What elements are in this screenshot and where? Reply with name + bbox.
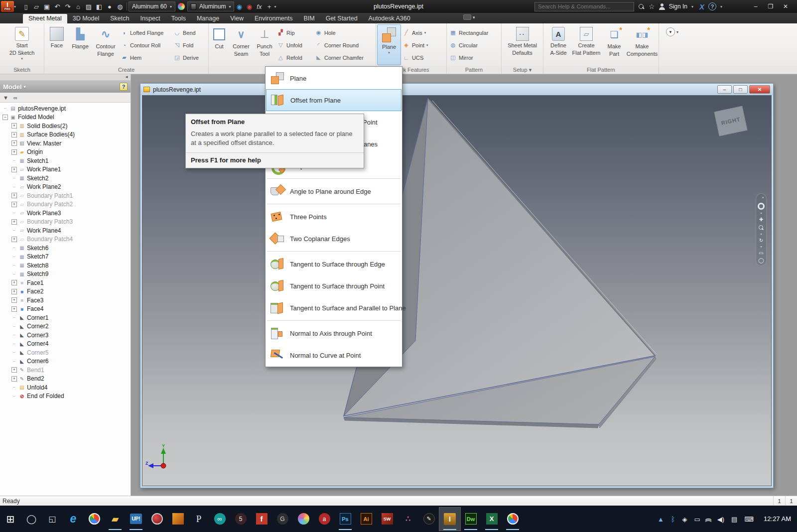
- tree-item[interactable]: Corner2: [0, 322, 131, 331]
- chevron-down-icon[interactable]: ▾: [691, 4, 695, 9]
- tree-item[interactable]: Sketch6: [0, 244, 131, 253]
- user-icon[interactable]: [659, 3, 665, 10]
- tree-expander-icon[interactable]: [11, 245, 17, 251]
- tray-icon[interactable]: ▭: [694, 515, 700, 524]
- taskbar-app-button[interactable]: ⊞: [0, 508, 21, 531]
- flange-button[interactable]: Flange: [68, 24, 92, 65]
- ribbon-small-button[interactable]: ∟ UCS: [401, 51, 444, 64]
- tree-expander-icon[interactable]: [11, 167, 17, 172]
- tree-item[interactable]: Face3: [0, 296, 131, 305]
- ribbon-tab[interactable]: 3D Model: [67, 14, 105, 23]
- ribbon-small-button[interactable]: ◡ Bend: [172, 26, 207, 39]
- tree-item[interactable]: End of Folded: [0, 392, 131, 401]
- tree-item[interactable]: Folded Model: [0, 113, 131, 122]
- taskbar-app-button[interactable]: UP!: [126, 508, 146, 531]
- new-file-icon[interactable]: ▯: [21, 1, 31, 11]
- tree-item[interactable]: Sketch8: [0, 261, 131, 270]
- corner-seam-button[interactable]: Corner Seam: [229, 24, 254, 65]
- face-button[interactable]: Face: [45, 24, 68, 65]
- tree-item[interactable]: Bend1: [0, 366, 131, 375]
- app-menu-caret-icon[interactable]: ▾: [14, 4, 18, 9]
- doc-minimize-button[interactable]: –: [717, 85, 732, 94]
- ribbon-small-button[interactable]: ▦ Rectangular: [448, 26, 500, 39]
- tree-item[interactable]: Sketch2: [0, 174, 131, 183]
- taskbar-app-button[interactable]: [502, 508, 523, 531]
- tree-item[interactable]: Solid Bodies(2): [0, 122, 131, 131]
- pan-icon[interactable]: ✚: [759, 217, 763, 222]
- taskbar-app-button[interactable]: [146, 508, 167, 531]
- search-icon[interactable]: [638, 3, 645, 10]
- menu-item[interactable]: Two Coplanar Edges: [266, 228, 401, 250]
- home-icon[interactable]: ⌂: [73, 1, 83, 11]
- doc-close-button[interactable]: ✕: [749, 85, 770, 94]
- look-at-icon[interactable]: ▭: [759, 251, 763, 256]
- visual-style-icon[interactable]: ◉: [234, 1, 244, 11]
- menu-item[interactable]: Offset from Plane: [266, 89, 401, 111]
- tree-item[interactable]: Sketch9: [0, 270, 131, 279]
- ribbon-small-button[interactable]: ◉ Hole: [313, 26, 375, 39]
- tree-expander-icon[interactable]: [11, 359, 17, 364]
- tree-item[interactable]: Origin: [0, 148, 131, 157]
- ribbon-small-button[interactable]: ◈ Point ▾: [401, 39, 444, 51]
- tree-expander-icon[interactable]: [11, 149, 17, 155]
- taskbar-app-button[interactable]: ∴: [398, 508, 418, 531]
- chevron-down-icon[interactable]: ▾: [760, 233, 762, 236]
- exchange-apps-icon[interactable]: X: [699, 2, 704, 11]
- contour-flange-button[interactable]: Contour Flange: [92, 24, 119, 65]
- tray-icon[interactable]: (((: [707, 515, 710, 524]
- chevron-down-icon[interactable]: ▾: [720, 4, 724, 9]
- ribbon-small-button[interactable]: ◍ Circular: [448, 39, 500, 51]
- collapse-panel-icon[interactable]: ◄: [125, 75, 129, 79]
- taskbar-app-button[interactable]: SW: [377, 508, 398, 531]
- tray-icon[interactable]: ⌨: [744, 515, 754, 524]
- tree-item[interactable]: Corner3: [0, 331, 131, 340]
- tree-expander-icon[interactable]: [11, 376, 17, 382]
- taskbar-app-button[interactable]: 5: [230, 508, 251, 531]
- ribbon-tab[interactable]: Tools: [166, 14, 191, 23]
- maximize-button[interactable]: ❐: [763, 1, 778, 12]
- redo-icon[interactable]: ↷: [63, 1, 73, 11]
- orbit-icon[interactable]: ↻: [759, 238, 763, 243]
- undo-icon[interactable]: ↶: [52, 1, 62, 11]
- menu-item[interactable]: Normal to Curve at Point: [266, 344, 401, 366]
- ribbon-small-button[interactable]: ◣ Corner Chamfer: [313, 51, 375, 64]
- taskbar-app-button[interactable]: G: [272, 508, 293, 531]
- tree-expander-icon[interactable]: [11, 175, 17, 181]
- clock[interactable]: 12:27 AM: [764, 515, 791, 523]
- menu-item[interactable]: Tangent to Surface through Edge: [266, 253, 401, 275]
- tree-item[interactable]: Unfold4: [0, 383, 131, 392]
- taskbar-app-button[interactable]: ◱: [42, 508, 63, 531]
- render-icon[interactable]: ▨: [84, 1, 94, 11]
- parameters-fx-icon[interactable]: fx: [254, 1, 264, 11]
- plane-button[interactable]: Plane ▾: [377, 24, 401, 65]
- ribbon-tab[interactable]: Autodesk A360: [363, 14, 416, 23]
- document-window-titlebar[interactable]: plutosRevenge.ipt – □ ✕: [140, 84, 773, 95]
- appearance-icon[interactable]: ◍: [115, 1, 125, 11]
- sketch-env-icon[interactable]: ◧: [94, 1, 104, 11]
- ribbon-small-button[interactable]: ◜ Corner Round: [313, 39, 375, 51]
- menu-item[interactable]: Normal to Axis through Point: [266, 322, 401, 344]
- save-icon[interactable]: ▣: [42, 1, 52, 11]
- tree-expander-icon[interactable]: [11, 306, 17, 312]
- ribbon-small-button[interactable]: ▽ Unfold: [275, 39, 313, 51]
- tree-item[interactable]: Work Plane4: [0, 226, 131, 235]
- color-wheel-icon[interactable]: [177, 2, 185, 10]
- tree-item[interactable]: Work Plane3: [0, 209, 131, 218]
- tree-expander-icon[interactable]: [11, 263, 17, 268]
- flat-pattern-button[interactable]: Create Flat Pattern: [572, 24, 600, 65]
- taskbar-app-button[interactable]: P: [188, 508, 209, 531]
- flat-pattern-button[interactable]: Define A-Side: [544, 24, 572, 65]
- help-icon[interactable]: ?: [708, 2, 716, 10]
- tree-expander-icon[interactable]: [11, 140, 17, 146]
- ribbon-group-label[interactable]: Setup ▾: [502, 66, 543, 74]
- browser-help-button[interactable]: ?: [120, 83, 128, 91]
- chevron-down-icon[interactable]: ▾: [760, 246, 762, 248]
- tree-expander-icon[interactable]: [11, 237, 17, 242]
- ribbon-tab[interactable]: Sheet Metal: [23, 14, 67, 23]
- tree-item[interactable]: Boundary Patch1: [0, 191, 131, 200]
- taskbar-app-button[interactable]: [293, 508, 314, 531]
- ribbon-tab[interactable]: Inspect: [134, 14, 165, 23]
- tree-expander-icon[interactable]: [11, 219, 17, 225]
- measure-icon[interactable]: ●: [105, 1, 115, 11]
- tree-expander-icon[interactable]: [11, 254, 17, 260]
